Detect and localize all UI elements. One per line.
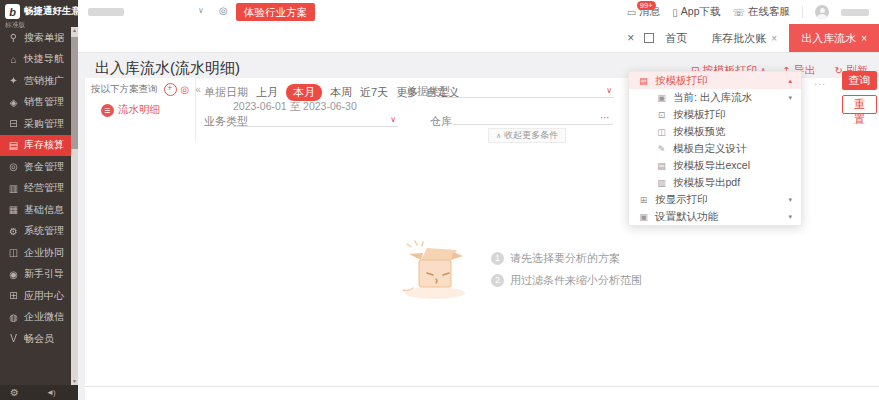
sidebar-item[interactable]: ◎ 资金管理 bbox=[0, 156, 71, 178]
sidebar-item-label: 营销推广 bbox=[24, 74, 64, 88]
collapse-conditions-tab[interactable]: ∧ 收起更多条件 bbox=[488, 128, 566, 143]
topbar: ∨ ◎ 体验行业方案 ▭ 消息 99+ ▯ App下载 ☏ 在线客服 bbox=[78, 0, 879, 24]
sidebar-item-label: 快捷导航 bbox=[24, 52, 64, 66]
brand-logo-icon: b bbox=[5, 4, 20, 19]
bottom-scroll-strip[interactable] bbox=[85, 387, 879, 400]
warehouse-picker[interactable]: ⋯ bbox=[453, 109, 613, 125]
date-option[interactable]: 近7天 bbox=[360, 85, 388, 100]
menu-item[interactable]: ◫ 按模板预览 bbox=[629, 123, 801, 140]
scheme-settings-icon[interactable]: ◎ bbox=[181, 84, 190, 95]
sidebar: b 畅捷通好生意 标准版 ⚲ 搜索单据 ⌂ 快捷导航 ✦ 营销推广 bbox=[0, 0, 78, 400]
empty-step: 2 用过滤条件来缩小分析范围 bbox=[491, 273, 642, 288]
sidebar-item[interactable]: ▦ 基础信息 bbox=[0, 199, 71, 221]
sidebar-scrollbar-thumb[interactable] bbox=[71, 37, 78, 149]
empty-steps: 1 请先选择要分析的方案 2 用过滤条件来缩小分析范围 bbox=[491, 251, 642, 288]
menu-item-caret-icon bbox=[788, 213, 792, 221]
user-avatar[interactable] bbox=[815, 5, 829, 19]
menu-item-label: 当前: 出入库流水 bbox=[673, 91, 752, 105]
announcement-speaker-icon[interactable]: ◄) bbox=[46, 388, 55, 397]
sidebar-item-label: 应用中心 bbox=[24, 289, 64, 303]
close-all-icon[interactable]: × bbox=[627, 31, 634, 45]
settings-gear-icon[interactable]: ⚙ bbox=[10, 385, 19, 400]
menu-item-caret-icon bbox=[788, 94, 792, 102]
menu-item[interactable]: ⊞ 按显示打印 bbox=[629, 191, 801, 208]
date-option[interactable]: 上月 bbox=[256, 85, 278, 100]
tab-close-icon[interactable]: × bbox=[861, 33, 867, 44]
reset-button[interactable]: 重置 bbox=[842, 95, 877, 114]
experience-industry-button[interactable]: 体验行业方案 bbox=[236, 3, 315, 21]
company-name-redacted[interactable] bbox=[88, 8, 124, 16]
tab-label: 出入库流水 bbox=[801, 31, 856, 46]
sidebar-item-label: 企业协同 bbox=[24, 246, 64, 260]
step-text: 请先选择要分析的方案 bbox=[510, 251, 620, 266]
sidebar-item[interactable]: ▥ 经营管理 bbox=[0, 178, 71, 200]
menu-item-label: 设置默认功能 bbox=[655, 210, 718, 224]
sidebar-item-icon: ⊞ bbox=[7, 290, 20, 301]
sidebar-item[interactable]: ⊞ 应用中心 bbox=[0, 285, 71, 307]
sidebar-item[interactable]: ⚲ 搜索单据 bbox=[0, 27, 71, 49]
warehouse-more-dots-icon: ⋯ bbox=[600, 112, 611, 123]
menu-item[interactable]: ✎ 模板自定义设计 bbox=[629, 140, 801, 157]
sidebar-item-label: 资金管理 bbox=[24, 160, 64, 174]
sidebar-item[interactable]: ◈ 销售管理 bbox=[0, 92, 71, 114]
company-chevron-down-icon[interactable]: ∨ bbox=[198, 6, 204, 15]
app-window: b 畅捷通好生意 标准版 ⚲ 搜索单据 ⌂ 快捷导航 ✦ 营销推广 bbox=[0, 0, 879, 400]
menu-item-label: 按显示打印 bbox=[655, 193, 708, 207]
add-scheme-icon[interactable] bbox=[164, 83, 177, 96]
query-button[interactable]: 查询 bbox=[842, 71, 877, 90]
menu-item[interactable]: ▤ 按模板导出excel bbox=[629, 157, 801, 174]
biz-type-select[interactable]: ∨ bbox=[233, 111, 398, 127]
menu-item[interactable]: ▣ 设置默认功能 bbox=[629, 208, 801, 225]
sidebar-scrollbar[interactable]: ▲ ▼ bbox=[71, 27, 78, 385]
doc-type-select[interactable]: ∨ bbox=[439, 82, 614, 98]
scheme-tag-label: 流水明细 bbox=[118, 103, 160, 117]
tab[interactable]: 出入库流水 × bbox=[789, 24, 879, 52]
sidebar-item[interactable]: ⚙ 系统管理 bbox=[0, 221, 71, 243]
menu-item[interactable]: ▥ 按模板导出pdf bbox=[629, 174, 801, 191]
tab[interactable]: 首页 × bbox=[653, 24, 699, 52]
more-actions-dots[interactable]: ... bbox=[814, 75, 826, 87]
sidebar-item-label: 销售管理 bbox=[24, 95, 64, 109]
sidebar-item[interactable]: ⌂ 快捷导航 bbox=[0, 49, 71, 71]
tabbar-tools: × bbox=[627, 24, 653, 52]
online-service-item[interactable]: ☏ 在线客服 bbox=[732, 5, 790, 19]
scheme-header-label: 按以下方案查询 bbox=[91, 83, 158, 96]
scroll-down-icon[interactable]: ▼ bbox=[71, 378, 78, 385]
menu-item[interactable]: ⊡ 按模板打印 bbox=[629, 106, 801, 123]
menu-item-icon: ▣ bbox=[656, 93, 667, 103]
scheme-item-flow-detail[interactable]: ☰ 流水明细 bbox=[101, 103, 195, 117]
tab-close-icon[interactable]: × bbox=[771, 33, 777, 44]
menu-item-label: 按模板导出pdf bbox=[673, 176, 740, 190]
sidebar-item[interactable]: ▤ 库存核算 bbox=[0, 135, 71, 157]
sidebar-item[interactable]: ✦ 营销推广 bbox=[0, 70, 71, 92]
sidebar-item[interactable]: ⊟ 采购管理 bbox=[0, 113, 71, 135]
app-download-label: App下载 bbox=[681, 5, 721, 19]
menu-item[interactable]: ▣ 当前: 出入库流水 bbox=[629, 89, 801, 106]
date-option[interactable]: 本月 bbox=[286, 84, 322, 101]
app-download-item[interactable]: ▯ App下载 bbox=[672, 5, 720, 19]
sidebar-item-icon: ⊟ bbox=[7, 118, 20, 129]
phone-icon: ▯ bbox=[672, 7, 678, 18]
page-title: 出入库流水(流水明细) bbox=[95, 59, 240, 78]
sidebar-item-icon: ◍ bbox=[7, 312, 20, 323]
template-print-menu: ▤ 按模板打印 ▣ 当前: 出入库流水 ⊡ 按模板打印 ◫ 按模板预览 bbox=[628, 71, 802, 226]
date-option[interactable]: 本周 bbox=[330, 85, 352, 100]
menu-item[interactable]: ▤ 按模板打印 bbox=[629, 72, 801, 89]
doc-type-chevron-down-icon: ∨ bbox=[606, 86, 612, 95]
sidebar-item[interactable]: ◫ 企业协同 bbox=[0, 242, 71, 264]
topbar-right: ▭ 消息 99+ ▯ App下载 ☏ 在线客服 bbox=[627, 0, 869, 24]
tab[interactable]: 库存批次账 × bbox=[699, 24, 789, 52]
sidebar-item-icon: ◈ bbox=[7, 97, 20, 108]
sidebar-item[interactable]: V 畅会员 bbox=[0, 328, 71, 350]
messages-item[interactable]: ▭ 消息 99+ bbox=[627, 5, 660, 19]
username-redacted[interactable] bbox=[841, 9, 869, 16]
sidebar-item[interactable]: ◍ 企业微信 bbox=[0, 307, 71, 329]
scroll-up-icon[interactable]: ▲ bbox=[71, 27, 78, 34]
sidebar-item-icon: ✦ bbox=[7, 75, 20, 86]
workspace-switch-icon[interactable]: ◎ bbox=[219, 5, 228, 16]
topbar-divider bbox=[802, 6, 803, 18]
sidebar-item-icon: V bbox=[7, 333, 20, 344]
scheme-panel: 按以下方案查询 ◎ « ☰ 流水明细 bbox=[85, 78, 196, 142]
sidebar-item[interactable]: ◉ 新手引导 bbox=[0, 264, 71, 286]
sidebar-item-icon: ▤ bbox=[7, 140, 20, 151]
